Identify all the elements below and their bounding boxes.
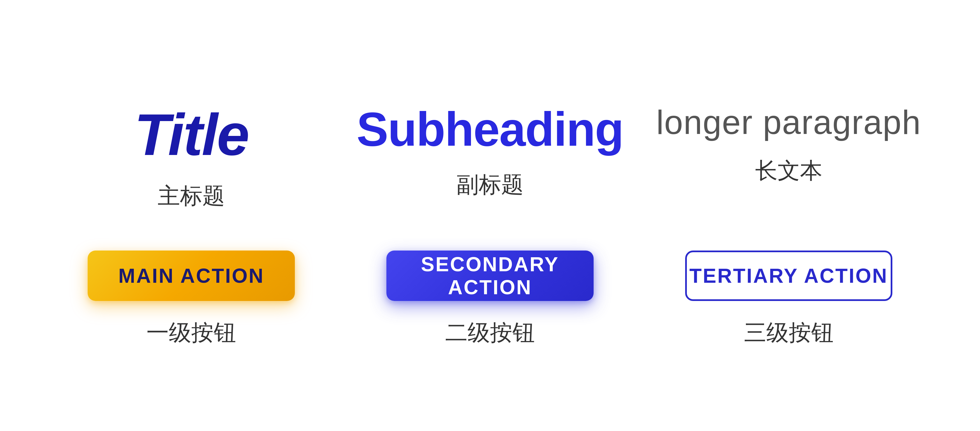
title-chinese: 主标题 [158,181,225,211]
paragraph-english: longer paragraph [656,105,921,139]
button-row: MAIN ACTION 一级按钮 SECONDARY ACTION 二级按钮 T… [42,251,938,348]
main-action-button[interactable]: MAIN ACTION [88,251,295,301]
subheading-section: Subheading 副标题 [341,105,640,200]
main-action-chinese-label: 一级按钮 [146,318,236,348]
secondary-action-button[interactable]: SECONDARY ACTION [387,251,593,301]
subheading-english: Subheading [357,105,624,153]
main-action-section: MAIN ACTION 一级按钮 [42,251,341,348]
secondary-action-section: SECONDARY ACTION 二级按钮 [341,251,640,348]
secondary-action-chinese-label: 二级按钮 [445,318,535,348]
title-section: Title 主标题 [42,105,341,211]
typography-row: Title 主标题 Subheading 副标题 longer paragrap… [42,105,938,211]
tertiary-action-button[interactable]: TERTIARY ACTION [685,251,892,301]
title-english: Title [134,105,248,164]
tertiary-action-section: TERTIARY ACTION 三级按钮 [639,251,938,348]
paragraph-chinese: 长文本 [755,156,822,186]
subheading-chinese: 副标题 [457,170,523,200]
tertiary-action-chinese-label: 三级按钮 [744,318,834,348]
paragraph-section: longer paragraph 长文本 [639,105,938,186]
page-container: Title 主标题 Subheading 副标题 longer paragrap… [42,83,938,348]
